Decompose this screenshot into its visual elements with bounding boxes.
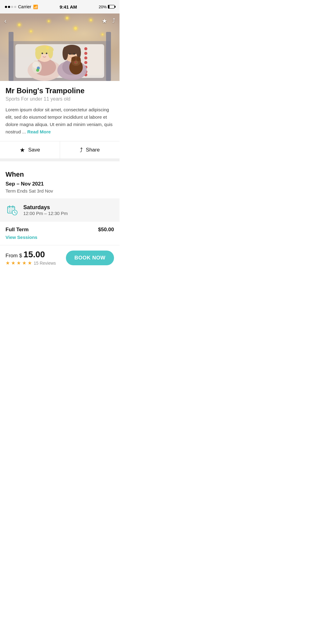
save-icon: ★ (20, 146, 25, 154)
svg-point-19 (46, 53, 48, 54)
share-icon: ⤴ (80, 147, 83, 154)
book-now-button[interactable]: BOOK NOW (66, 251, 114, 265)
signal-dot-1 (5, 6, 7, 8)
svg-point-8 (84, 61, 87, 64)
svg-point-49 (9, 210, 10, 211)
price-from-label: From $ 15.00 (6, 250, 56, 259)
bookmark-icon[interactable]: ★ (102, 17, 107, 25)
reviews-count: 15 Reviews (34, 261, 56, 266)
svg-point-20 (46, 46, 49, 49)
svg-point-6 (84, 52, 87, 55)
calendar-clock-icon (7, 205, 18, 216)
back-icon: ‹ (4, 17, 6, 25)
svg-point-51 (12, 210, 13, 211)
svg-point-32 (76, 57, 81, 61)
svg-point-25 (63, 47, 68, 60)
status-time: 9:41 AM (59, 4, 77, 10)
term-end: Term Ends Sat 3rd Nov (6, 188, 114, 194)
activity-description: Lorem ipsum dolor sit amet, consectetur … (6, 106, 114, 136)
calendar-icon-wrapper (6, 203, 19, 217)
wifi-icon: 📶 (33, 5, 38, 9)
signal-dot-3 (11, 6, 13, 8)
pricing-row: Full Term $50.00 (6, 227, 114, 233)
svg-point-40 (36, 69, 39, 72)
status-right: 20% (99, 5, 115, 9)
star-3: ★ (17, 260, 21, 266)
share-icon[interactable]: ⤴ (112, 17, 115, 25)
nav-actions: ★ ⤴ (102, 17, 115, 25)
pricing-value: $50.00 (98, 227, 114, 233)
save-button[interactable]: ★ Save (0, 141, 60, 159)
svg-point-50 (11, 210, 12, 211)
star-1: ★ (6, 260, 10, 266)
action-row: ★ Save ⤴ Share (0, 141, 120, 159)
read-more-link[interactable]: Read More (27, 129, 51, 134)
battery-percent: 20% (99, 5, 107, 9)
carrier-label: Carrier (18, 4, 31, 9)
star-5: ★ (28, 260, 32, 266)
activity-title: Mr Boing's Trampoline (6, 86, 114, 95)
activity-subtitle: Sports For under 11 years old (6, 96, 114, 102)
bottom-bar: From $ 15.00 ★ ★ ★ ★ ★ 15 Reviews BOOK N… (0, 245, 120, 270)
svg-point-17 (48, 47, 53, 58)
svg-point-52 (9, 211, 10, 212)
pricing-label: Full Term (6, 227, 29, 233)
schedule-day: Saturdays (23, 204, 68, 211)
when-title: When (6, 171, 114, 178)
status-left: Carrier 📶 (5, 4, 38, 9)
hero-image: ♥ ‹ ★ ⤴ (0, 13, 120, 81)
date-range: Sep – Nov 2021 (6, 181, 114, 187)
back-button[interactable]: ‹ (4, 17, 6, 25)
star-2: ★ (11, 260, 15, 266)
svg-point-28 (74, 53, 75, 55)
reviews-row: ★ ★ ★ ★ ★ 15 Reviews (6, 260, 56, 266)
star-4: ★ (22, 260, 26, 266)
svg-point-53 (11, 211, 12, 212)
section-divider (0, 159, 120, 161)
schedule-info: Saturdays 12:00 Pm – 12:30 Pm (23, 204, 68, 216)
when-section: When Sep – Nov 2021 Term Ends Sat 3rd No… (0, 164, 120, 198)
price-from: From $ 15.00 ★ ★ ★ ★ ★ 15 Reviews (6, 250, 56, 266)
signal-dots (5, 6, 16, 8)
svg-point-16 (35, 47, 41, 59)
schedule-time: 12:00 Pm – 12:30 Pm (23, 211, 68, 216)
view-sessions-link[interactable]: View Sessions (6, 235, 37, 240)
svg-text:♥: ♥ (75, 61, 76, 64)
main-content: Mr Boing's Trampoline Sports For under 1… (0, 81, 120, 159)
price-value: 15.00 (24, 250, 45, 259)
svg-rect-2 (106, 32, 111, 81)
svg-point-48 (14, 212, 15, 213)
battery-icon (108, 5, 115, 9)
svg-point-7 (84, 56, 87, 59)
svg-point-27 (69, 53, 71, 55)
svg-point-18 (42, 53, 43, 54)
schedule-card: Saturdays 12:00 Pm – 12:30 Pm (0, 198, 120, 222)
signal-dot-2 (8, 6, 10, 8)
svg-point-5 (84, 47, 87, 50)
pricing-section: Full Term $50.00 View Sessions (0, 222, 120, 245)
svg-rect-42 (8, 206, 15, 209)
share-button[interactable]: ⤴ Share (60, 141, 120, 159)
svg-rect-4 (86, 45, 103, 75)
svg-rect-1 (9, 32, 13, 81)
svg-point-31 (71, 57, 76, 61)
status-bar: Carrier 📶 9:41 AM 20% (0, 0, 120, 13)
signal-dot-4 (14, 6, 16, 8)
